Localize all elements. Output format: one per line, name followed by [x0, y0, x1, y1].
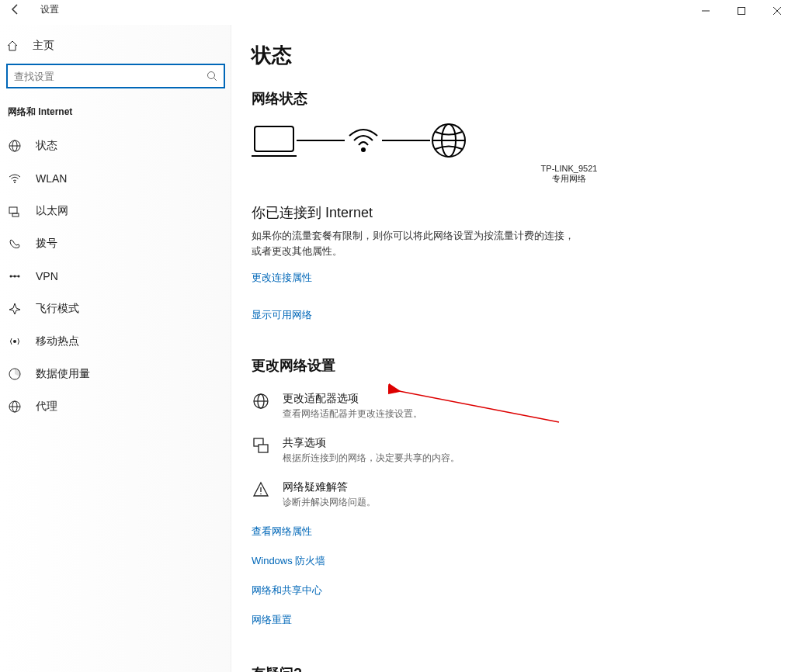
search-icon — [207, 71, 217, 81]
connection-line — [297, 140, 345, 141]
sidebar-item-label: 状态 — [36, 139, 57, 153]
svg-rect-11 — [12, 213, 19, 216]
sidebar-item-label: 以太网 — [36, 204, 68, 218]
link-view-props[interactable]: 查看网络属性 — [252, 525, 795, 539]
search-input[interactable] — [14, 71, 207, 82]
network-diagram — [252, 122, 795, 159]
page-title: 状态 — [252, 42, 795, 69]
home-icon — [6, 40, 19, 52]
option-title: 更改适配器选项 — [283, 392, 422, 406]
sidebar-item-label: VPN — [36, 270, 58, 282]
connected-heading: 你已连接到 Internet — [252, 203, 795, 222]
sidebar-item-proxy[interactable]: 代理 — [0, 390, 231, 423]
sharing-icon — [252, 436, 270, 455]
home-label: 主页 — [33, 39, 54, 53]
sidebar-group-title: 网络和 Internet — [0, 106, 231, 130]
question-heading: 有疑问? — [252, 664, 795, 672]
option-title: 共享选项 — [283, 436, 460, 450]
connected-desc: 如果你的流量套餐有限制，则你可以将此网络设置为按流量计费的连接，或者更改其他属性… — [252, 228, 578, 258]
wifi-router-icon — [345, 125, 382, 156]
sidebar-item-dialup[interactable]: 拨号 — [0, 227, 231, 260]
sidebar-item-datausage[interactable]: 数据使用量 — [0, 358, 231, 390]
sidebar-item-label: 代理 — [36, 400, 57, 414]
sidebar-item-wlan[interactable]: WLAN — [0, 162, 231, 195]
sidebar-item-label: 移动热点 — [36, 334, 79, 348]
sidebar-item-ethernet[interactable]: 以太网 — [0, 195, 231, 227]
option-desc: 诊断并解决网络问题。 — [283, 496, 376, 509]
link-show-networks[interactable]: 显示可用网络 — [252, 308, 795, 322]
globe-icon — [430, 122, 467, 159]
option-sharing[interactable]: 共享选项 根据所连接到的网络，决定要共享的内容。 — [252, 436, 795, 465]
search-input-wrap[interactable] — [6, 64, 225, 88]
app-title: 设置 — [40, 3, 59, 16]
content: 状态 网络状态 TP-LINK_9521 专用网络 你已连接到 Internet… — [231, 25, 795, 672]
wifi-icon — [8, 171, 22, 185]
data-usage-icon — [8, 367, 22, 381]
svg-point-16 — [13, 340, 16, 343]
svg-rect-31 — [259, 445, 268, 452]
close-button[interactable] — [759, 0, 795, 22]
option-desc: 查看网络适配器并更改连接设置。 — [283, 407, 422, 421]
sidebar-item-vpn[interactable]: VPN — [0, 260, 231, 293]
airplane-icon — [8, 302, 22, 316]
svg-point-4 — [208, 72, 215, 79]
back-button[interactable] — [6, 0, 25, 19]
option-desc: 根据所连接到的网络，决定要共享的内容。 — [283, 452, 460, 465]
sidebar-item-label: WLAN — [36, 172, 67, 185]
ethernet-icon — [8, 204, 22, 218]
option-title: 网络疑难解答 — [283, 480, 376, 494]
change-settings-heading: 更改网络设置 — [252, 356, 795, 375]
dialup-icon — [8, 237, 22, 251]
status-heading: 网络状态 — [252, 89, 795, 108]
status-icon — [8, 139, 22, 153]
svg-rect-1 — [738, 8, 745, 15]
sidebar-item-label: 飞行模式 — [36, 302, 79, 316]
svg-rect-10 — [9, 207, 17, 213]
option-troubleshoot[interactable]: 网络疑难解答 诊断并解决网络问题。 — [252, 480, 795, 509]
sidebar-item-label: 数据使用量 — [36, 367, 90, 381]
option-adapter[interactable]: 更改适配器选项 查看网络适配器并更改连接设置。 — [252, 392, 795, 421]
network-name: TP-LINK_9521 — [343, 164, 795, 173]
network-type: 专用网络 — [343, 173, 795, 185]
svg-point-33 — [260, 494, 262, 495]
svg-rect-21 — [255, 126, 293, 151]
link-change-connection-props[interactable]: 更改连接属性 — [252, 271, 795, 285]
proxy-icon — [8, 400, 22, 414]
sidebar-item-airplane[interactable]: 飞行模式 — [0, 293, 231, 325]
hotspot-icon — [8, 334, 22, 348]
sidebar-item-hotspot[interactable]: 移动热点 — [0, 325, 231, 358]
sidebar-item-label: 拨号 — [36, 237, 57, 251]
svg-line-5 — [214, 78, 217, 81]
link-firewall[interactable]: Windows 防火墙 — [252, 554, 795, 568]
svg-point-23 — [361, 147, 366, 152]
troubleshoot-icon — [252, 480, 270, 499]
maximize-button[interactable] — [724, 0, 759, 22]
svg-point-9 — [14, 182, 16, 183]
device-icon — [252, 123, 297, 158]
vpn-icon — [8, 269, 22, 283]
link-network-reset[interactable]: 网络重置 — [252, 613, 795, 627]
home-link[interactable]: 主页 — [0, 34, 231, 64]
sidebar-item-status[interactable]: 状态 — [0, 130, 231, 162]
adapter-icon — [252, 392, 270, 410]
link-sharing-center[interactable]: 网络和共享中心 — [252, 584, 795, 598]
connection-line — [382, 140, 430, 141]
sidebar: 主页 网络和 Internet 状态 WLAN 以太网 拨号 VPN — [0, 25, 231, 672]
minimize-button[interactable] — [688, 0, 724, 22]
